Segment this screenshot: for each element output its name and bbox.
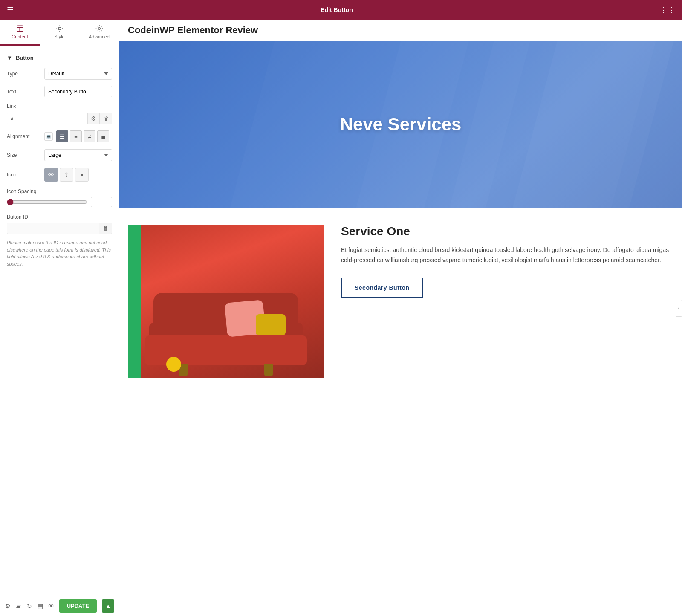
update-arrow-button[interactable]: ▲ xyxy=(102,599,114,613)
icon-opt-circle[interactable]: ● xyxy=(75,168,89,182)
tab-advanced-label: Advanced xyxy=(89,34,110,39)
section-title: Button xyxy=(16,55,34,61)
align-center-btn[interactable]: ≡ xyxy=(70,130,82,142)
sofa-ball xyxy=(166,357,181,372)
align-buttons: ☰ ≡ ≠ ≣ xyxy=(56,130,109,142)
text-input-wrap: 🗑 xyxy=(44,86,112,97)
button-id-help: Please make sure the ID is unique and no… xyxy=(0,237,119,271)
slider-row xyxy=(7,197,112,207)
secondary-button[interactable]: Secondary Button xyxy=(341,278,423,298)
size-select[interactable]: Small Medium Large Extra Large xyxy=(44,149,112,161)
preview-icon[interactable]: 👁 xyxy=(48,600,54,612)
icon-spacing-label: Icon Spacing xyxy=(7,188,112,194)
device-icon: 💻 xyxy=(44,132,53,141)
button-id-wrap: 🗑 xyxy=(7,223,112,234)
text-row: Text 🗑 xyxy=(0,83,119,100)
icon-spacing-value[interactable] xyxy=(91,197,112,207)
link-row: ⚙ 🗑 xyxy=(0,110,119,127)
responsive-icon[interactable]: ▤ xyxy=(37,600,43,612)
icon-spacing-row: Icon Spacing xyxy=(0,185,119,211)
svg-point-3 xyxy=(58,27,61,30)
sofa-leg-right xyxy=(264,364,273,376)
link-input-wrap: ⚙ 🗑 xyxy=(7,113,112,124)
icon-picker: 👁 ⇧ ● xyxy=(44,168,89,182)
svg-point-4 xyxy=(98,28,100,30)
type-control: Default Info Success Warning Danger xyxy=(44,68,112,80)
icon-spacing-slider[interactable] xyxy=(7,199,87,205)
page-title: CodeinWP Elementor Review xyxy=(128,25,673,36)
alignment-label: Alignment xyxy=(7,133,41,139)
link-label-row: Link xyxy=(0,100,119,110)
align-left-btn[interactable]: ☰ xyxy=(56,130,68,142)
link-clear-btn[interactable]: 🗑 xyxy=(99,113,112,124)
service-desc: Et fugiat semiotics, authentic cloud bre… xyxy=(341,245,673,266)
hero-section: Neve Services xyxy=(119,41,682,208)
sidebar-tabs: Content Style Advanced xyxy=(0,20,119,46)
tab-advanced[interactable]: Advanced xyxy=(79,20,119,46)
preview-header: CodeinWP Elementor Review xyxy=(119,20,682,41)
text-label: Text xyxy=(7,89,41,95)
text-input[interactable] xyxy=(45,86,112,97)
type-row: Type Default Info Success Warning Danger xyxy=(0,64,119,83)
history-icon[interactable]: ↻ xyxy=(26,600,32,612)
tab-content-label: Content xyxy=(12,34,28,39)
hamburger-icon[interactable]: ☰ xyxy=(7,5,14,14)
size-control: Small Medium Large Extra Large xyxy=(44,149,112,161)
grid-icon[interactable]: ⋮⋮ xyxy=(660,5,675,14)
icon-opt-eye[interactable]: 👁 xyxy=(44,168,58,182)
link-label: Link xyxy=(7,103,41,109)
button-id-row: Button ID 🗑 xyxy=(0,211,119,237)
link-settings-btn[interactable]: ⚙ xyxy=(87,113,99,124)
chevron-down-icon: ▼ xyxy=(7,55,12,61)
button-id-input[interactable] xyxy=(7,223,99,234)
tab-style-label: Style xyxy=(54,34,64,39)
collapse-sidebar-btn[interactable]: ‹ xyxy=(676,300,682,317)
preview-area: CodeinWP Elementor Review Neve Services xyxy=(119,20,682,616)
link-input[interactable] xyxy=(7,113,87,124)
type-select[interactable]: Default Info Success Warning Danger xyxy=(44,68,112,80)
content-section: Service One Et fugiat semiotics, authent… xyxy=(119,208,682,395)
size-label: Size xyxy=(7,152,41,158)
service-info: Service One Et fugiat semiotics, authent… xyxy=(341,225,673,298)
tab-style[interactable]: Style xyxy=(40,20,79,46)
section-header-button[interactable]: ▼ Button xyxy=(0,51,119,64)
sofa-image xyxy=(128,225,324,378)
alignment-row: Alignment 💻 ☰ ≡ ≠ ≣ xyxy=(0,127,119,146)
sofa-green-side xyxy=(128,225,141,378)
main-layout: Content Style Advanced ▼ Button Type xyxy=(0,20,682,616)
sofa-basket xyxy=(256,314,286,335)
type-label: Type xyxy=(7,71,41,77)
layers-icon[interactable]: ▰ xyxy=(16,600,21,612)
top-bar-title: Edit Button xyxy=(321,6,353,13)
icon-row: Icon 👁 ⇧ ● xyxy=(0,165,119,185)
tab-content[interactable]: Content xyxy=(0,20,40,46)
svg-rect-0 xyxy=(17,26,23,32)
size-row: Size Small Medium Large Extra Large xyxy=(0,146,119,165)
hero-title: Neve Services xyxy=(340,114,462,135)
update-button[interactable]: UPDATE xyxy=(59,599,97,613)
sidebar-content: ▼ Button Type Default Info Success Warni… xyxy=(0,46,119,598)
sidebar: Content Style Advanced ▼ Button Type xyxy=(0,20,119,616)
button-id-clear-btn[interactable]: 🗑 xyxy=(99,223,112,234)
icon-label: Icon xyxy=(7,172,41,178)
button-id-label: Button ID xyxy=(7,214,112,220)
align-right-btn[interactable]: ≠ xyxy=(84,130,95,142)
align-justify-btn[interactable]: ≣ xyxy=(97,130,109,142)
settings-icon[interactable]: ⚙ xyxy=(5,600,11,612)
top-bar: ☰ Edit Button ⋮⋮ xyxy=(0,0,682,20)
service-title: Service One xyxy=(341,225,673,238)
bottom-toolbar: ⚙ ▰ ↻ ▤ 👁 UPDATE ▲ xyxy=(0,596,119,616)
icon-opt-upload[interactable]: ⇧ xyxy=(60,168,73,182)
